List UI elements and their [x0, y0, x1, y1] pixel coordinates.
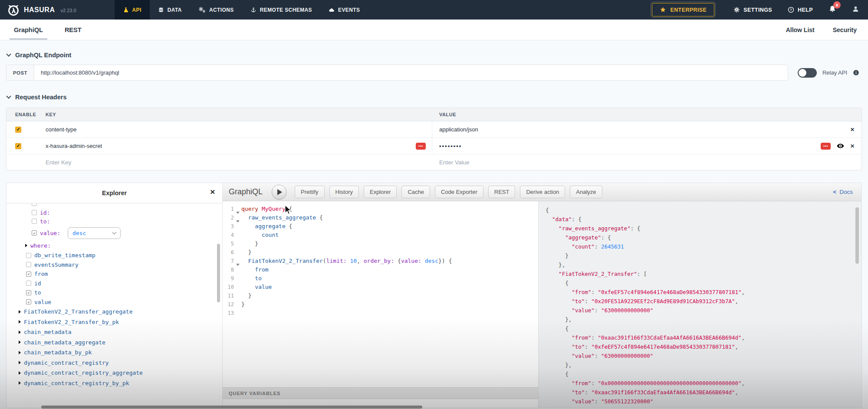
close-icon[interactable]: ✕	[210, 188, 215, 196]
checkbox[interactable]	[32, 210, 37, 215]
explorer-collection-row[interactable]: chain_metadata_by_pk	[19, 347, 222, 358]
tab-graphiql[interactable]: GraphiQL	[11, 20, 46, 40]
explorer-collection-row[interactable]: FiatTokenV2_2_Transfer_by_pk	[19, 317, 222, 327]
fold-gutter	[234, 257, 241, 265]
remove-header-icon[interactable]: ✕	[850, 127, 855, 133]
result-line: },	[546, 260, 861, 269]
checkbox[interactable]: ✓	[26, 290, 31, 295]
result-line: "data": {	[546, 215, 861, 224]
code-line: 5 }	[223, 239, 538, 248]
toolbar-button-derive-action[interactable]: Derive action	[520, 186, 565, 198]
header-enabled-checkbox[interactable]: ✓	[15, 143, 21, 149]
toolbar-button-code-exporter[interactable]: Code Exporter	[435, 186, 483, 198]
help-button[interactable]: HELP	[788, 7, 813, 13]
graphql-endpoint-heading[interactable]: GraphQL Endpoint	[7, 52, 862, 59]
toolbar-button-prettify[interactable]: Prettify	[295, 186, 324, 198]
docs-label: Docs	[839, 189, 853, 195]
result-line: "value": "63000000000000"	[546, 306, 861, 315]
settings-button[interactable]: SETTINGS	[733, 7, 772, 13]
explorer-collection-row[interactable]: chain_metadata	[19, 327, 222, 337]
allow-list-link[interactable]: Allow List	[786, 26, 815, 33]
header-value-input[interactable]: application/json	[439, 126, 478, 133]
toolbar-button-history[interactable]: History	[329, 186, 359, 198]
navbar-right: ENTERPRISE SETTINGS HELP 8	[652, 3, 859, 16]
explorer-arg-row[interactable]: to:	[32, 217, 222, 226]
explorer-field-row[interactable]: ✓value	[26, 298, 222, 307]
result-line: "from": "0xaac391f166f33CdaEfaa4AfA6616A…	[546, 333, 861, 342]
explorer-arg-row[interactable]: ✓value:desc	[32, 226, 222, 240]
new-value-input[interactable]: Enter Value	[439, 159, 470, 166]
docs-link[interactable]: < Docs	[833, 189, 856, 195]
subnav-links: Allow List Security	[786, 20, 857, 40]
nav-item-api[interactable]: API	[115, 0, 150, 20]
collection-label: FiatTokenV2_2_Transfer_aggregate	[24, 308, 132, 315]
result-line: {	[546, 278, 861, 288]
explorer-collection-row[interactable]: dynamic_contract_registry	[19, 358, 222, 368]
checkbox[interactable]: ✓	[32, 230, 37, 236]
relay-api-toggle[interactable]	[798, 68, 817, 78]
checkbox[interactable]: ✓	[26, 299, 31, 304]
notifications-button[interactable]: 8	[829, 5, 836, 15]
code-line: 10 value	[223, 283, 538, 291]
checkbox[interactable]	[32, 219, 37, 224]
hasura-logo-icon	[7, 3, 20, 16]
new-key-input[interactable]: Enter Key	[46, 159, 71, 166]
sort-direction-select[interactable]: desc	[68, 227, 121, 239]
request-headers-heading[interactable]: Request Headers	[7, 94, 862, 101]
horizontal-scrollbar-thumb[interactable]	[41, 406, 422, 409]
explorer-collection-row[interactable]: FiatTokenV2_2_Transfer_aggregate	[19, 307, 222, 317]
explorer-scrollbar-thumb[interactable]	[217, 244, 220, 302]
line-number: 5	[223, 239, 234, 248]
tab-rest[interactable]: REST	[62, 20, 84, 40]
toolbar-button-explorer[interactable]: Explorer	[364, 186, 397, 198]
query-variables-bar[interactable]: QUERY VARIABLES	[223, 387, 538, 399]
toolbar-button-rest[interactable]: REST	[488, 186, 516, 198]
toolbar-button-analyze[interactable]: Analyze	[570, 186, 602, 198]
nav-item-remote-schemas[interactable]: REMOTE SCHEMAS	[242, 0, 320, 20]
toolbar-button-cache[interactable]: Cache	[401, 186, 430, 198]
explorer-field-row[interactable]: ✓to	[26, 288, 222, 298]
nav-item-actions[interactable]: ACTIONS	[190, 0, 242, 20]
explorer-collection-row[interactable]: chain_metadata_aggregate	[19, 337, 222, 348]
code-line: 9 to	[223, 274, 538, 283]
execute-query-button[interactable]	[272, 185, 286, 200]
explorer-where-toggle[interactable]: where:	[25, 240, 222, 251]
enterprise-button[interactable]: ENTERPRISE	[652, 3, 714, 16]
nav-item-data[interactable]: DATA	[150, 0, 190, 20]
results-scrollbar-thumb[interactable]	[855, 207, 859, 264]
hasura-brand[interactable]: HASURA v2.23.0	[7, 3, 76, 16]
explorer-tree[interactable]: id:to:✓value:desc where: db_write_timest…	[7, 203, 222, 408]
result-line: }	[546, 251, 861, 260]
fold-gutter	[234, 248, 241, 257]
header-key-input[interactable]: content-type	[46, 126, 77, 133]
explorer-field-row[interactable]: id	[26, 279, 222, 288]
endpoint-url-input[interactable]: http://localhost:8080/v1/graphql	[34, 65, 788, 80]
checkbox[interactable]	[26, 281, 31, 286]
header-key-input[interactable]: x-hasura-admin-secret	[46, 143, 102, 149]
fold-gutter	[234, 309, 241, 317]
info-icon[interactable]	[853, 69, 859, 76]
explorer-collection-row[interactable]: dynamic_contract_registry_aggregate	[19, 368, 222, 378]
result-line: {	[546, 324, 861, 333]
explorer-arg-row[interactable]: id:	[32, 208, 222, 217]
eye-icon[interactable]	[837, 142, 844, 150]
checkbox[interactable]	[26, 253, 31, 258]
explorer-field-row[interactable]: db_write_timestamp	[26, 251, 222, 260]
remove-header-icon[interactable]: ✕	[850, 143, 855, 149]
checkbox[interactable]: ✓	[26, 272, 31, 277]
explorer-field-row[interactable]: eventsSummary	[26, 260, 222, 270]
header-value-input[interactable]: ••••••••	[439, 143, 462, 149]
query-editor[interactable]: 1query MyQuery {2 raw_events_aggregate {…	[223, 201, 538, 387]
checkbox[interactable]	[26, 262, 31, 267]
collection-label: FiatTokenV2_2_Transfer_by_pk	[24, 319, 119, 325]
user-menu-button[interactable]	[852, 5, 859, 14]
admin-secret-badge-icon[interactable]: •••	[416, 143, 426, 150]
question-circle-icon	[788, 7, 794, 13]
explorer-collection-row[interactable]: dynamic_contract_registry_by_pk	[19, 378, 222, 389]
admin-secret-badge-icon[interactable]: •••	[821, 143, 831, 150]
endpoint-box: POST http://localhost:8080/v1/graphql	[6, 65, 788, 81]
security-link[interactable]: Security	[833, 26, 857, 33]
explorer-field-row[interactable]: ✓from	[26, 269, 222, 279]
nav-item-events[interactable]: EVENTS	[320, 0, 368, 20]
header-enabled-checkbox[interactable]: ✓	[15, 127, 21, 133]
